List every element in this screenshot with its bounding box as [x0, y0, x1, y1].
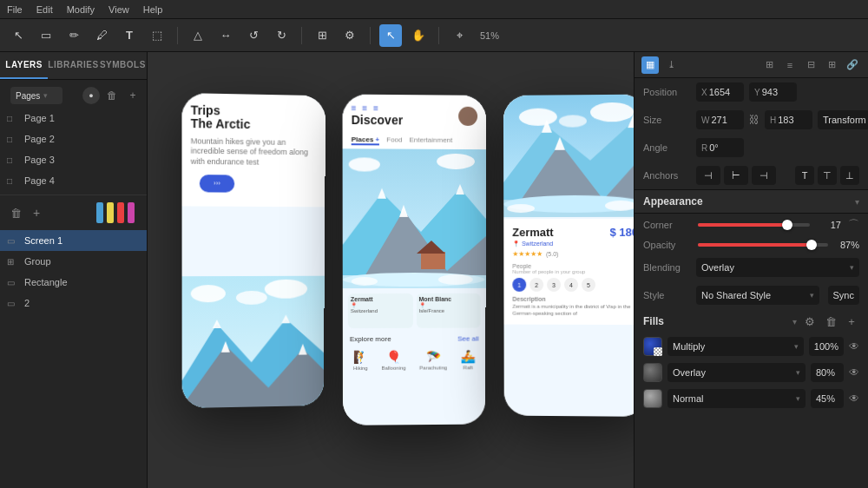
- rp-tab-design[interactable]: ▦: [641, 56, 659, 74]
- tool-select[interactable]: ↖: [7, 24, 30, 47]
- tool-pen[interactable]: ✏: [62, 24, 85, 47]
- tool-undo[interactable]: ↺: [242, 24, 265, 47]
- pages-dropdown[interactable]: Pages▾: [10, 87, 62, 104]
- tool-rect[interactable]: ▭: [35, 24, 57, 47]
- style-arrow: ▾: [810, 291, 814, 300]
- rp-icon-link[interactable]: 🔗: [844, 56, 861, 74]
- blending-select[interactable]: Overlay ▾: [696, 258, 859, 277]
- size-h-box[interactable]: H 183: [765, 110, 812, 129]
- delete-layer-btn[interactable]: 🗑: [5, 202, 26, 223]
- tool-move[interactable]: ✋: [407, 24, 430, 47]
- tool-settings[interactable]: ⚙: [339, 24, 361, 47]
- rp-tab-export[interactable]: ⤓: [662, 56, 680, 74]
- size-w-box[interactable]: W 271: [696, 110, 744, 129]
- position-x-box[interactable]: X 1654: [696, 82, 744, 102]
- tab-libraries[interactable]: LIBRARIES: [48, 52, 98, 79]
- chain-btn[interactable]: ⛓: [749, 111, 760, 129]
- opacity-slider[interactable]: [698, 243, 828, 247]
- fill-swatch-3[interactable]: [643, 389, 662, 408]
- p2-nav-places[interactable]: Places +: [352, 135, 379, 145]
- anchor-center[interactable]: ⊢: [724, 166, 748, 185]
- p2-activity-parachuting: 🪂 Parachuting: [419, 350, 447, 371]
- page-item-3[interactable]: □ Page 3: [0, 149, 147, 170]
- menu-modify[interactable]: Modify: [67, 4, 95, 15]
- tool-redo[interactable]: ↻: [270, 24, 293, 47]
- appearance-title: Appearance: [643, 195, 855, 208]
- page-item-1[interactable]: □ Page 1: [0, 108, 147, 129]
- tool-triangle[interactable]: △: [187, 24, 209, 47]
- fill-opacity-2[interactable]: 80%: [811, 363, 844, 382]
- p2-see-all[interactable]: See all: [457, 335, 478, 343]
- tool-anchor[interactable]: ⌖: [448, 24, 470, 47]
- tab-layers[interactable]: LAYERS: [0, 52, 48, 79]
- fill-eye-3[interactable]: 👁: [849, 392, 859, 405]
- layer-rectangle[interactable]: ▭ Rectangle: [0, 272, 147, 293]
- p3-num-2[interactable]: 2: [529, 278, 543, 292]
- rp-icon-align[interactable]: ⊟: [802, 56, 819, 74]
- p2-nav-entertainment[interactable]: Entertainment: [410, 136, 453, 146]
- tool-text[interactable]: T: [118, 24, 141, 47]
- p3-desc-text: Zermatt is a municipality in the distric…: [512, 304, 634, 318]
- anchor-b[interactable]: ⊥: [840, 166, 859, 185]
- page-item-4[interactable]: □ Page 4: [0, 170, 147, 191]
- menu-bar: File Edit Modify View Help: [0, 0, 868, 19]
- anchor-right[interactable]: ⊣: [752, 166, 776, 185]
- p2-nav-food[interactable]: Food: [386, 135, 402, 145]
- fill-mode-1-label: Multiply: [673, 341, 705, 352]
- layer-screen1[interactable]: ▭ Screen 1: [0, 230, 147, 251]
- anchor-left[interactable]: ⊣: [696, 166, 720, 185]
- tool-grid[interactable]: ⊞: [311, 24, 333, 47]
- fills-delete-btn[interactable]: 🗑: [823, 313, 838, 329]
- tool-image[interactable]: ⬚: [146, 24, 168, 47]
- menu-edit[interactable]: Edit: [36, 4, 53, 15]
- fill-opacity-3[interactable]: 45%: [811, 389, 844, 408]
- tab-symbols[interactable]: SYMBOLS: [99, 52, 147, 79]
- add-layer-btn[interactable]: +: [28, 204, 45, 221]
- fill-eye-1[interactable]: 👁: [849, 340, 859, 353]
- corner-type-icon[interactable]: ⌒: [848, 217, 859, 233]
- sync-btn[interactable]: Sync: [828, 286, 859, 305]
- fill-mode-1[interactable]: Multiply ▾: [667, 337, 804, 356]
- fill-mode-3[interactable]: Normal ▾: [667, 389, 806, 408]
- tool-cursor[interactable]: ↖: [379, 24, 402, 47]
- angle-r-box[interactable]: R 0°: [696, 138, 744, 157]
- anchor-t[interactable]: T: [795, 166, 814, 185]
- rp-icon-align2[interactable]: ⊞: [823, 56, 840, 74]
- rp-icon-list[interactable]: ≡: [781, 56, 799, 74]
- add-page-btn[interactable]: +: [124, 87, 141, 104]
- menu-view[interactable]: View: [108, 4, 129, 15]
- p1-button[interactable]: ›››: [200, 175, 234, 193]
- p3-num-3[interactable]: 3: [547, 278, 561, 292]
- page-item-2[interactable]: □ Page 2: [0, 129, 147, 149]
- opacity-thumb[interactable]: [806, 240, 817, 250]
- fill-opacity-1[interactable]: 100%: [809, 337, 844, 356]
- p3-num-5[interactable]: 5: [582, 278, 595, 292]
- menu-file[interactable]: File: [7, 4, 23, 15]
- delete-page-btn[interactable]: 🗑: [103, 87, 121, 104]
- fill-eye-2[interactable]: 👁: [849, 366, 859, 379]
- x-value: 1654: [709, 87, 730, 97]
- fills-settings-btn[interactable]: ⚙: [802, 313, 818, 329]
- fill-swatch-1[interactable]: [643, 337, 662, 356]
- corner-slider[interactable]: [698, 223, 810, 227]
- p3-num-1[interactable]: 1: [512, 278, 526, 292]
- rp-icon-grid[interactable]: ⊞: [760, 56, 778, 74]
- tool-flip-h[interactable]: ↔: [214, 24, 237, 47]
- p3-num-4[interactable]: 4: [564, 278, 578, 292]
- position-y-box[interactable]: Y 943: [749, 82, 797, 102]
- fill-swatch-2[interactable]: [643, 363, 662, 382]
- corner-thumb[interactable]: [782, 220, 792, 230]
- style-select[interactable]: No Shared Style ▾: [696, 286, 819, 305]
- fills-add-btn[interactable]: +: [844, 313, 859, 329]
- h-value: 183: [778, 115, 793, 125]
- anchor-h[interactable]: ⊤: [818, 166, 837, 185]
- layer-group[interactable]: ⊞ Group: [0, 251, 147, 272]
- search-toggle[interactable]: ●: [82, 87, 100, 104]
- fill-mode-2[interactable]: Overlay ▾: [667, 363, 806, 382]
- menu-help[interactable]: Help: [143, 4, 163, 15]
- appearance-section-header[interactable]: Appearance ▾: [635, 189, 868, 214]
- canvas-area[interactable]: Trips The Arctic Mountain hikes give you…: [148, 52, 634, 488]
- transform-box[interactable]: Transform: [818, 110, 868, 129]
- layer-2[interactable]: ▭ 2: [0, 293, 147, 313]
- tool-pencil[interactable]: 🖊: [90, 24, 113, 47]
